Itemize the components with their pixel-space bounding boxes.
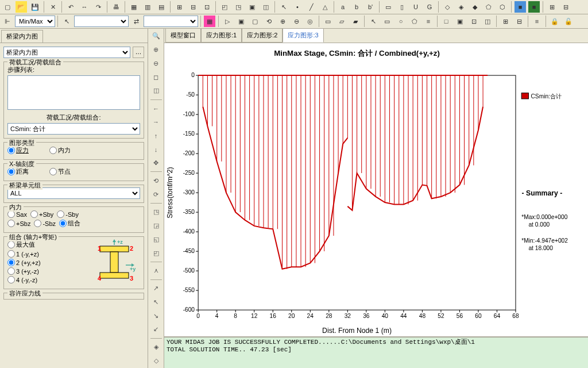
vt-rot2-icon[interactable]: ⟳ [150,188,163,201]
sel1-icon[interactable]: ↖ [367,15,380,28]
grid3-icon[interactable]: ▤ [155,1,168,13]
win3-icon[interactable]: U [409,1,422,13]
sel3-icon[interactable]: ○ [394,15,407,28]
t7-icon[interactable]: ◎ [304,15,316,28]
vt-right-icon[interactable]: → [150,116,163,128]
vt-axis-icon[interactable]: ⋏ [150,264,163,277]
sel2-icon[interactable]: ▭ [381,15,393,28]
shape-stress-radio[interactable]: 应力 [7,146,29,155]
cam2-icon[interactable]: ▱ [335,15,348,28]
cam1-icon[interactable]: ▭ [322,15,334,28]
win1-icon[interactable]: ▭ [382,1,394,13]
b-icon[interactable]: b [350,1,363,13]
vt-iso1-icon[interactable]: ◳ [150,206,163,218]
c-2[interactable]: 2 (+y,+z) [7,259,41,266]
if-msby[interactable]: -Sby [57,210,79,218]
tab-stress1[interactable]: 应力图形:1 [201,29,242,43]
diagram-type-select[interactable]: 桥梁内力图 [3,47,130,58]
if-msbz[interactable]: -Sbz [34,220,56,227]
redo-icon[interactable]: ↔ [78,1,91,13]
t4-icon[interactable]: ⟲ [262,15,275,28]
vt-zoom-icon[interactable]: 🔍 [150,30,163,43]
sel4-icon[interactable]: ⬠ [408,15,421,28]
vt-pan-icon[interactable]: ✥ [150,157,163,170]
lock2-icon[interactable]: 🔓 [562,15,575,28]
xscale-dist-radio[interactable]: 距离 [7,167,29,176]
view1-icon[interactable]: ◰ [218,1,231,13]
filter-icon[interactable]: ⊩ [1,15,14,28]
print-icon[interactable]: 🖶 [110,1,122,13]
vt-left-icon[interactable]: ← [150,102,163,115]
diagram-more-button[interactable]: … [133,47,144,58]
c-max[interactable]: 最大值 [7,240,35,249]
win4-icon[interactable]: G [423,1,436,13]
select-2[interactable] [144,16,198,27]
vt-zoomin-icon[interactable]: ⊕ [150,44,163,56]
if-psby[interactable]: +Sby [30,210,53,218]
c-1[interactable]: 1 (-y,+z) [7,250,39,258]
pink-icon[interactable]: ▦ [203,15,216,28]
save-icon[interactable]: 💾 [29,1,41,13]
c-3[interactable]: 3 (+y,-z) [7,267,39,275]
tab-stress3[interactable]: 应力图形:3 [283,29,323,43]
vt-zoomwin-icon[interactable]: ◫ [150,85,163,97]
iso4-icon[interactable]: ⬠ [482,1,495,13]
v1-icon[interactable]: □ [440,15,452,28]
left-tab-diagram[interactable]: 桥梁内力图 [1,30,43,43]
c-4[interactable]: 4 (-y,-z) [7,276,37,283]
tree-icon[interactable]: ⊟ [559,1,572,13]
sel5-icon[interactable]: ≡ [422,15,435,28]
vt-m3-icon[interactable]: ↘ [150,309,163,322]
vt-w2-icon[interactable]: ◇ [150,354,163,367]
vt-w1-icon[interactable]: ◈ [150,341,163,354]
vt-iso2-icon[interactable]: ◲ [150,220,163,232]
new-icon[interactable]: ▢ [1,1,14,13]
iso5-icon[interactable]: ⬡ [496,1,509,13]
undo-icon[interactable]: ↶ [64,1,77,13]
t3-icon[interactable]: ▢ [249,15,261,28]
vt-rot1-icon[interactable]: ⟲ [150,174,163,187]
vt-up-icon[interactable]: ↑ [150,129,163,142]
b2-icon[interactable]: b' [364,1,377,13]
link-icon[interactable]: ⇄ [130,15,142,28]
view4-icon[interactable]: ◫ [260,1,272,13]
t5-icon[interactable]: ⊕ [276,15,289,28]
elem-icon[interactable]: ╱ [305,1,318,13]
step-list-input[interactable] [7,75,140,110]
t2-icon[interactable]: ▣ [235,15,247,28]
shape-force-radio[interactable]: 内力 [49,146,71,155]
cursor2-icon[interactable]: ↖ [60,15,73,28]
cursor-icon[interactable]: ↖ [277,1,290,13]
grid2-icon[interactable]: ▥ [141,1,154,13]
t6-icon[interactable]: ⊖ [290,15,303,28]
vt-zoomfit-icon[interactable]: ◻ [150,71,163,83]
snap1-icon[interactable]: ⊞ [173,1,185,13]
render1-icon[interactable]: ■ [514,1,527,13]
if-comb[interactable]: 组合 [59,219,80,228]
vt-m4-icon[interactable]: ↙ [150,323,163,336]
vt-down-icon[interactable]: ↓ [150,143,163,156]
snap3-icon[interactable]: ⊡ [200,1,213,13]
iso1-icon[interactable]: ◇ [441,1,454,13]
load-combo-select[interactable]: CSmin: 合计 [7,123,140,135]
w1-icon[interactable]: ≡ [531,15,543,28]
d1-icon[interactable]: ⊞ [499,15,512,28]
if-psbz[interactable]: +Sbz [7,220,30,227]
render2-icon[interactable]: ■ [528,1,540,13]
help-icon[interactable]: ⊞ [546,1,558,13]
tab-model[interactable]: 模型窗口 [165,29,201,43]
lock1-icon[interactable]: 🔒 [548,15,561,28]
select-1[interactable] [74,16,129,27]
a-icon[interactable]: a [336,1,349,13]
iso2-icon[interactable]: ◈ [455,1,467,13]
view3-icon[interactable]: ▣ [246,1,258,13]
v2-icon[interactable]: ▣ [454,15,466,28]
open-icon[interactable]: 📂 [15,1,28,13]
minmax-select[interactable]: Min/Max [15,16,55,27]
vt-iso4-icon[interactable]: ◰ [150,247,163,259]
win2-icon[interactable]: ▯ [396,1,408,13]
d2-icon[interactable]: ⊟ [513,15,525,28]
vt-zoomout-icon[interactable]: ⊖ [150,57,163,70]
vt-m2-icon[interactable]: ↖ [150,296,163,308]
cut-icon[interactable]: ✕ [47,1,59,13]
